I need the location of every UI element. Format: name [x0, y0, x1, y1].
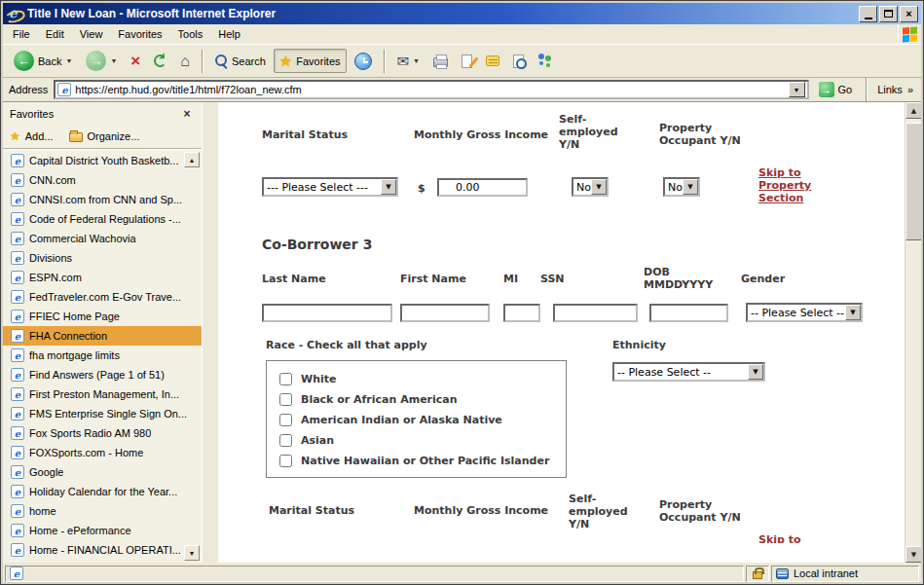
- links-bar[interactable]: Links »: [877, 84, 915, 95]
- favorites-button[interactable]: ★ Favorites: [274, 49, 347, 73]
- dropdown-arrow-icon[interactable]: ▼: [748, 364, 763, 380]
- first-name-input[interactable]: [400, 304, 490, 322]
- messenger-button[interactable]: [532, 49, 560, 73]
- skip-to-link-partial[interactable]: Skip to: [758, 533, 801, 543]
- search-button[interactable]: Search: [209, 50, 272, 72]
- favorite-item[interactable]: e home: [3, 501, 202, 521]
- favorite-item[interactable]: e FHA Connection: [3, 326, 202, 346]
- close-button[interactable]: ×: [900, 6, 918, 22]
- favorite-item[interactable]: e CNNSI.com from CNN and Sp...: [3, 190, 202, 209]
- toolbar-separator: [384, 50, 386, 73]
- add-favorite-button[interactable]: ★ Add...: [10, 130, 54, 142]
- menu-item[interactable]: File: [5, 25, 38, 43]
- home-button[interactable]: ⌂: [174, 49, 196, 74]
- stop-button[interactable]: ×: [125, 48, 146, 74]
- race-checkbox[interactable]: [279, 455, 292, 467]
- refresh-button[interactable]: [148, 50, 172, 72]
- menu-item[interactable]: View: [72, 25, 111, 43]
- links-chevron-icon[interactable]: »: [907, 84, 913, 95]
- ethnicity-select[interactable]: -- Please Select -- ▼: [612, 362, 765, 382]
- favorite-item[interactable]: e fha mortgage limits: [3, 346, 202, 365]
- discuss-button[interactable]: [480, 51, 505, 71]
- favorite-item[interactable]: e Divisions: [3, 248, 202, 268]
- ie-page-icon: e: [11, 154, 24, 167]
- favorite-item[interactable]: e Holiday Calendar for the Year...: [3, 482, 202, 501]
- race-option-row[interactable]: Asian: [267, 430, 566, 451]
- race-option-row[interactable]: White: [267, 369, 566, 389]
- address-dropdown-button[interactable]: ▼: [789, 82, 805, 97]
- favorite-item[interactable]: e First Preston Management, In...: [3, 384, 202, 404]
- favorite-item[interactable]: e ESPN.com: [3, 268, 202, 287]
- mail-dropdown-icon[interactable]: ▼: [413, 57, 420, 64]
- marital-status-select[interactable]: --- Please Select --- ▼: [262, 177, 398, 197]
- go-button[interactable]: → Go: [815, 80, 857, 99]
- favorite-item[interactable]: e Find Answers (Page 1 of 51): [3, 365, 202, 384]
- menu-item[interactable]: Help: [210, 25, 248, 43]
- race-option-row[interactable]: American Indian or Alaska Native: [267, 410, 566, 430]
- print-button[interactable]: [427, 50, 454, 72]
- scroll-up-button[interactable]: ▲: [906, 102, 921, 119]
- research-button[interactable]: [507, 50, 530, 73]
- minimize-button[interactable]: [859, 6, 877, 22]
- favorite-item[interactable]: e Google: [3, 462, 202, 482]
- ssn-input[interactable]: [553, 304, 638, 322]
- favorite-item[interactable]: e CNN.com: [3, 170, 202, 190]
- favorite-item[interactable]: e FFIEC Home Page: [3, 307, 202, 326]
- ie-page-icon: e: [11, 310, 24, 323]
- race-checkbox[interactable]: [279, 414, 292, 426]
- favorite-item[interactable]: e FedTraveler.com E-Gov Trave...: [3, 287, 202, 307]
- dropdown-arrow-icon[interactable]: ▼: [845, 305, 861, 320]
- race-checkbox[interactable]: [279, 393, 292, 406]
- favorite-item[interactable]: e Capital District Youth Basketb...: [3, 151, 202, 170]
- history-button[interactable]: [349, 48, 378, 75]
- forward-dropdown-icon[interactable]: ▼: [110, 57, 117, 64]
- race-checkbox[interactable]: [279, 373, 292, 385]
- organize-favorites-button[interactable]: Organize...: [69, 130, 140, 142]
- income-input[interactable]: [437, 178, 528, 197]
- back-dropdown-icon[interactable]: ▼: [65, 57, 72, 64]
- favorite-item[interactable]: e Commercial Wachovia: [3, 229, 202, 248]
- favorite-item[interactable]: e Home - ePeformance: [3, 521, 202, 540]
- dropdown-arrow-icon[interactable]: ▼: [683, 179, 698, 195]
- favorites-scroll-down-button[interactable]: ▼: [184, 545, 200, 561]
- back-button[interactable]: ← Back ▼: [8, 46, 78, 76]
- menu-item[interactable]: Tools: [170, 25, 211, 43]
- favorites-close-button[interactable]: ×: [179, 106, 195, 122]
- favorite-item[interactable]: e FOXSports.com - Home: [3, 443, 202, 462]
- dob-input[interactable]: [649, 304, 728, 322]
- favorite-item[interactable]: e Fox Sports Radio AM 980: [3, 423, 202, 443]
- work-area: Favorites × ★ Add... Organize... e C: [3, 102, 921, 563]
- occupant-select[interactable]: No ▼: [663, 177, 700, 197]
- panel-resize-gutter[interactable]: [203, 102, 218, 563]
- favorites-scroll-up-button[interactable]: ▲: [184, 152, 200, 167]
- address-input[interactable]: e https://entp.hud.gov/title1/html/f72lo…: [54, 80, 808, 99]
- scroll-down-button[interactable]: ▼: [906, 546, 921, 563]
- skip-to-property-link[interactable]: Skip to Property Section: [758, 166, 821, 204]
- last-name-input[interactable]: [262, 304, 392, 322]
- scrollbar-thumb[interactable]: [906, 123, 921, 240]
- vertical-scrollbar[interactable]: ▲ ▼: [905, 102, 921, 563]
- dob-header: DOB MMDDYYYY: [644, 266, 714, 291]
- gender-select[interactable]: -- Please Select -- ▼: [746, 303, 863, 322]
- forward-button[interactable]: → ▼: [80, 46, 123, 76]
- maximize-button[interactable]: [879, 6, 898, 22]
- favorite-item[interactable]: e FMS Enterprise Single Sign On...: [3, 404, 202, 423]
- ie-page-icon: e: [57, 83, 71, 96]
- dropdown-arrow-icon[interactable]: ▼: [591, 179, 607, 195]
- favorite-item[interactable]: e Code of Federal Regulations -...: [3, 209, 202, 229]
- menu-item[interactable]: Edit: [38, 25, 72, 43]
- address-url[interactable]: https://entp.hud.gov/title1/html/f72loan…: [75, 84, 784, 95]
- race-checkbox[interactable]: [279, 434, 292, 447]
- menu-item[interactable]: Favorites: [110, 25, 169, 43]
- favorite-item[interactable]: e Home - FINANCIAL OPERATI...: [3, 540, 202, 560]
- mi-input[interactable]: [503, 304, 540, 322]
- race-option-row[interactable]: Native Hawaiian or Other Pacific Islande…: [267, 451, 566, 471]
- ie-page-icon: e: [11, 426, 24, 440]
- status-main-pane: e: [5, 566, 744, 582]
- edit-button[interactable]: [456, 50, 478, 73]
- title-bar[interactable]: e Title I New Loan - Microsoft Internet …: [3, 3, 921, 24]
- self-employed-select[interactable]: No ▼: [572, 177, 609, 197]
- mail-button[interactable]: ✉ ▼: [391, 49, 426, 73]
- dropdown-arrow-icon[interactable]: ▼: [381, 179, 396, 195]
- race-option-row[interactable]: Black or African American: [267, 389, 566, 410]
